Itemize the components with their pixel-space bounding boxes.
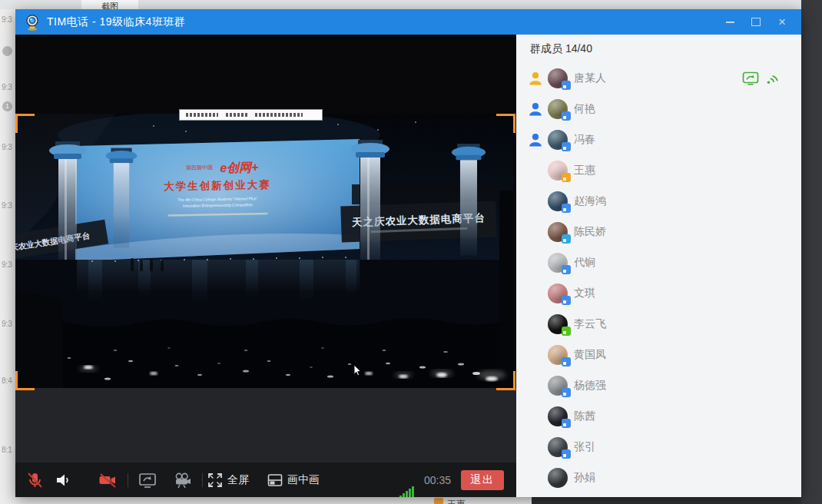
capture-corner-marker <box>496 114 515 133</box>
avatar <box>548 345 568 365</box>
speaker-button[interactable] <box>49 463 75 497</box>
member-name: 孙娟 <box>574 471 595 485</box>
video-area: 第四届中国 e创网+ 大学生创新创业大赛 The 4th China Colle… <box>15 35 516 497</box>
member-row[interactable]: 陈茜 <box>516 401 801 432</box>
svg-text:e创网+: e创网+ <box>220 161 259 174</box>
member-speaking-icon <box>766 72 778 85</box>
device-badge <box>562 173 571 182</box>
member-row[interactable]: 张引 <box>516 432 801 463</box>
member-name: 赵海鸿 <box>574 194 606 208</box>
member-row[interactable]: 王惠 <box>516 155 801 186</box>
background-timestamp: 9:3 <box>2 143 12 151</box>
video-letterbox <box>15 388 516 462</box>
member-row[interactable]: 黄国凤 <box>516 340 801 370</box>
member-name: 陈民娇 <box>574 225 606 239</box>
member-row[interactable]: 代锏 <box>516 247 801 278</box>
member-name: 代锏 <box>574 256 595 270</box>
background-timestamp: 9:3 <box>2 260 12 269</box>
avatar <box>548 130 568 150</box>
call-toolbar: 全屏 画中画 00:35 退出 <box>15 462 516 497</box>
device-badge <box>562 265 571 274</box>
background-timestamp: 8:1 <box>2 446 12 454</box>
device-badge <box>562 449 571 459</box>
member-name: 何艳 <box>574 102 595 116</box>
presenter-button[interactable] <box>169 463 195 497</box>
member-name: 陈茜 <box>574 410 595 423</box>
avatar <box>548 191 568 211</box>
member-row[interactable]: 杨德强 <box>516 370 801 401</box>
stage-video-frame: 第四届中国 e创网+ 大学生创新创业大赛 The 4th China Colle… <box>15 114 513 388</box>
unread-badge: 1 <box>2 101 12 111</box>
avatar <box>548 99 568 119</box>
mic-muted-button[interactable] <box>22 463 48 497</box>
avatar <box>548 314 568 334</box>
background-timestamp: 8:4 <box>2 376 12 385</box>
chat-avatar-icon <box>434 498 443 504</box>
device-badge <box>562 81 571 90</box>
video-caption-overlay <box>179 109 323 121</box>
avatar <box>548 222 568 242</box>
background-timestamp: 9:3 <box>2 15 12 24</box>
member-role-icon <box>528 71 543 86</box>
device-badge <box>562 111 571 121</box>
avatar <box>548 406 568 426</box>
member-name: 冯春 <box>574 133 595 147</box>
signal-strength-icon <box>399 463 414 497</box>
capture-corner-marker <box>15 114 35 133</box>
fullscreen-button[interactable]: 全屏 <box>207 463 249 497</box>
minimize-button[interactable] <box>717 9 743 35</box>
member-name: 唐某人 <box>574 71 606 85</box>
background-window-top: 截图 <box>0 0 801 9</box>
pip-label: 画中画 <box>287 473 320 487</box>
member-row[interactable]: 唐某人 <box>516 63 801 94</box>
background-tab-screenshot: 截图 <box>81 0 138 9</box>
member-screen-share-icon <box>742 71 759 85</box>
background-window-bottom: 王惠 <box>15 497 532 504</box>
background-chat-fragment: 王惠 <box>434 498 466 504</box>
member-name: 李云飞 <box>574 317 606 331</box>
member-status-icons <box>742 63 778 94</box>
camera-off-button[interactable] <box>94 463 121 497</box>
tim-call-window: TIM电话 - 19级临床4班班群 × <box>15 9 801 497</box>
capture-corner-marker <box>15 371 35 390</box>
member-row[interactable]: 冯春 <box>516 124 801 155</box>
avatar <box>548 437 568 457</box>
background-chat-strip: 1 9:39:39:39:39:39:38:48:1 <box>0 9 15 504</box>
avatar <box>548 376 568 396</box>
close-button[interactable]: × <box>769 9 795 35</box>
member-list[interactable]: 唐某人 何艳 <box>516 63 801 497</box>
device-badge <box>562 296 571 305</box>
capture-corner-marker <box>496 371 515 390</box>
member-name: 王惠 <box>574 164 595 177</box>
member-role-icon <box>528 101 543 117</box>
call-timer: 00:35 <box>424 463 451 497</box>
unread-badge <box>2 46 12 56</box>
mouse-cursor <box>353 365 363 380</box>
avatar <box>548 284 568 303</box>
member-name: 杨德强 <box>574 379 606 393</box>
member-name: 黄国凤 <box>574 348 606 362</box>
pip-button[interactable]: 画中画 <box>267 463 320 497</box>
member-row[interactable]: 李云飞 <box>516 309 801 340</box>
maximize-button[interactable] <box>743 9 769 35</box>
webcam-logo-icon <box>25 14 40 31</box>
background-dark-area <box>532 497 801 504</box>
device-badge <box>562 327 571 336</box>
member-panel: 群成员 14/40 唐某人 <box>516 35 801 497</box>
device-badge <box>562 419 571 428</box>
member-row[interactable]: 陈民娇 <box>516 217 801 247</box>
device-badge <box>562 357 571 366</box>
member-row[interactable]: 文琪 <box>516 278 801 309</box>
titlebar[interactable]: TIM电话 - 19级临床4班班群 × <box>15 9 801 35</box>
background-timestamp: 9:3 <box>2 320 12 328</box>
member-row[interactable]: 赵海鸿 <box>516 186 801 217</box>
svg-text:大学生创新创业大赛: 大学生创新创业大赛 <box>164 178 271 192</box>
member-row[interactable]: 孙娟 <box>516 463 801 493</box>
screen-share-button[interactable] <box>134 463 161 497</box>
member-name: 张引 <box>574 440 595 454</box>
member-row[interactable]: 何艳 <box>516 94 801 124</box>
exit-button[interactable]: 退出 <box>461 470 504 490</box>
window-title: TIM电话 - 19级临床4班班群 <box>47 15 185 29</box>
device-badge <box>562 388 571 397</box>
member-role-icon <box>528 132 543 148</box>
